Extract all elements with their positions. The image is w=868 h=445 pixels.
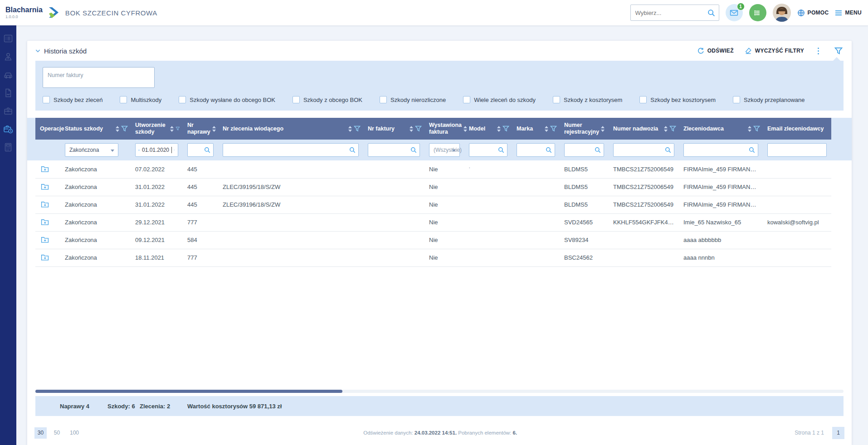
brand-filter-input[interactable]: [517, 143, 555, 157]
avatar[interactable]: [773, 4, 791, 22]
checkbox-box[interactable]: [553, 96, 560, 103]
checkbox-box[interactable]: [43, 96, 50, 103]
page-size-50[interactable]: 50: [51, 427, 63, 439]
checkbox-box[interactable]: [639, 96, 647, 103]
column-filter-icon[interactable]: [121, 126, 128, 132]
toggle-filters-button[interactable]: [833, 47, 844, 55]
table-row[interactable]: Zakończona 09.12.2021 584 Nie SV89234 aa…: [35, 231, 831, 249]
col-model[interactable]: Model: [464, 118, 512, 140]
clear-filters-button[interactable]: WYCZYŚĆ FILTRY: [745, 47, 804, 54]
sidebar-item-damage-history-icon[interactable]: [2, 123, 14, 135]
col-email-zleceniodawcy[interactable]: Email zleceniodawcy: [763, 118, 831, 140]
lead-order-filter-input[interactable]: [223, 143, 359, 157]
section-title[interactable]: Historia szkód: [35, 47, 87, 55]
checkbox-box[interactable]: [733, 96, 740, 103]
col-nr-faktury[interactable]: Nr faktury: [363, 118, 424, 140]
invoice-issued-filter-select[interactable]: (Wszystkie): [429, 143, 460, 157]
table-row[interactable]: Zakończona 31.01.2022 445 ZLEC/39196/18/…: [35, 196, 831, 213]
sidebar-item-document-signature-icon[interactable]: [2, 87, 14, 99]
invoice-no-filter-input[interactable]: [368, 143, 420, 157]
open-damage-button[interactable]: [40, 218, 49, 226]
table-row[interactable]: Zakończona 07.02.2022 445 Nie ' BLDMS5 T…: [35, 160, 831, 178]
checkbox-box[interactable]: [293, 96, 300, 103]
checkbox-szkody-bez-kosztorysem[interactable]: Szkody bez kosztorysem: [639, 96, 716, 103]
messages-button[interactable]: 1: [726, 4, 743, 21]
open-damage-button[interactable]: [40, 235, 49, 243]
vin-filter-input[interactable]: [613, 143, 674, 157]
checkbox-szkody-z-obcego-bok[interactable]: Szkody z obcego BOK: [293, 96, 362, 103]
filter-rejestracyjny: [560, 140, 609, 160]
more-options-button[interactable]: [815, 47, 822, 55]
checkbox-szkody-wyslane-do-obcego-bok[interactable]: Szkody wysłane do obcego BOK: [179, 96, 275, 103]
sidebar-item-client-icon[interactable]: [2, 51, 14, 63]
col-utworzenie-szkody[interactable]: Utworzenie szkody: [131, 118, 183, 140]
checkbox-szkody-z-kosztorysem[interactable]: Szkody z kosztorysem: [553, 96, 622, 103]
created-date-filter[interactable]: 01.01.2020: [135, 143, 178, 157]
open-damage-button[interactable]: [40, 253, 49, 261]
sidebar-item-briefcase-icon[interactable]: [2, 105, 14, 117]
col-marka[interactable]: Marka: [512, 118, 560, 140]
col-status-szkody[interactable]: Status szkody: [60, 118, 131, 140]
global-search-input[interactable]: [631, 5, 719, 20]
checkbox-multiszkody[interactable]: Multiszkody: [120, 96, 161, 103]
column-filter-icon[interactable]: [550, 126, 557, 132]
checkbox-szkody-bez-zlecen[interactable]: Szkody bez zleceń: [43, 96, 102, 103]
col-numer-nadwozia[interactable]: Numer nadwozia: [609, 118, 679, 140]
open-damage-button[interactable]: [40, 182, 49, 190]
help-button[interactable]: POMOC: [797, 9, 829, 17]
sort-icon[interactable]: [212, 126, 216, 132]
page-size-100[interactable]: 100: [67, 427, 82, 439]
sort-icon[interactable]: [601, 126, 605, 132]
sort-icon[interactable]: [170, 126, 174, 132]
task-list-button[interactable]: [749, 4, 766, 21]
column-filter-icon[interactable]: [669, 126, 676, 132]
sort-icon[interactable]: [116, 126, 119, 132]
checkbox-box[interactable]: [179, 96, 186, 103]
checkbox-box[interactable]: [120, 96, 127, 103]
open-damage-button[interactable]: [40, 200, 49, 208]
open-damage-button[interactable]: [40, 164, 49, 173]
client-filter-input[interactable]: [683, 143, 758, 157]
scrollbar-thumb[interactable]: [35, 390, 342, 393]
repair-no-filter-input[interactable]: [187, 143, 214, 157]
column-filter-icon[interactable]: [753, 126, 760, 132]
column-filter-icon[interactable]: [415, 126, 422, 132]
column-filter-icon[interactable]: [354, 126, 361, 132]
col-numer-rejestracyjny[interactable]: Numer rejestracyjny: [560, 118, 609, 140]
menu-button[interactable]: MENU: [835, 10, 862, 16]
sidebar-item-list-icon[interactable]: [2, 33, 14, 44]
checkbox-box[interactable]: [463, 96, 470, 103]
horizontal-scrollbar[interactable]: [35, 390, 844, 393]
sort-icon[interactable]: [545, 126, 548, 132]
table-row[interactable]: Zakończona 29.12.2021 777 Nie SVD24565 K…: [35, 213, 831, 231]
col-wystawiona-faktura[interactable]: Wystawiona faktura: [424, 118, 464, 140]
sort-icon[interactable]: [410, 126, 413, 132]
col-zleceniodawca[interactable]: Zleceniodawca: [679, 118, 763, 140]
checkbox-wiele-zlecen-do-szkody[interactable]: Wiele zleceń do szkody: [463, 96, 536, 103]
page-size-30[interactable]: 30: [34, 427, 47, 439]
refresh-button[interactable]: ODŚWIEŻ: [697, 48, 734, 54]
col-nr-zlecenia-wiodacego[interactable]: Nr zlecenia wiodącego: [218, 118, 363, 140]
reg-no-filter-input[interactable]: [564, 143, 604, 157]
model-filter-input[interactable]: [469, 143, 507, 157]
double-chevron-icon[interactable]: [174, 147, 175, 153]
checkbox-box[interactable]: [380, 96, 387, 103]
page-1-button[interactable]: 1: [832, 427, 844, 439]
sort-icon[interactable]: [463, 126, 467, 132]
sort-icon[interactable]: [497, 126, 501, 132]
column-filter-icon[interactable]: [502, 126, 509, 132]
sidebar-item-document-calc-icon[interactable]: [2, 141, 14, 153]
sort-icon[interactable]: [664, 126, 668, 132]
col-nr-naprawy[interactable]: Nr naprawy: [183, 118, 218, 140]
table-row[interactable]: Zakończona 31.01.2022 445 ZLEC/39195/18/…: [35, 178, 831, 196]
column-filter-icon[interactable]: [176, 126, 180, 132]
sidebar-item-car-icon[interactable]: [2, 69, 14, 81]
checkbox-szkody-przeplanowane[interactable]: Szkody przeplanowane: [733, 96, 805, 103]
sort-icon[interactable]: [348, 126, 352, 132]
status-filter-select[interactable]: Zakończona: [65, 143, 118, 157]
client-email-filter-input[interactable]: [767, 143, 827, 157]
sort-icon[interactable]: [748, 126, 751, 132]
invoice-number-filter-input[interactable]: Numer faktury: [43, 67, 155, 88]
checkbox-szkody-nierozliczone[interactable]: Szkody nierozliczone: [380, 96, 446, 103]
table-row[interactable]: Zakończona 18.11.2021 777 Nie BSC24562 a…: [35, 249, 831, 266]
